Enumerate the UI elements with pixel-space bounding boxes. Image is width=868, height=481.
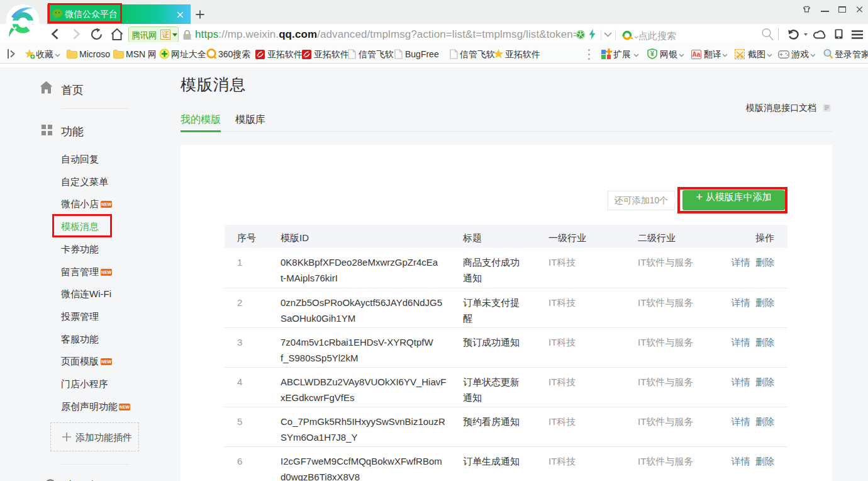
- svg-text:¥: ¥: [650, 50, 654, 57]
